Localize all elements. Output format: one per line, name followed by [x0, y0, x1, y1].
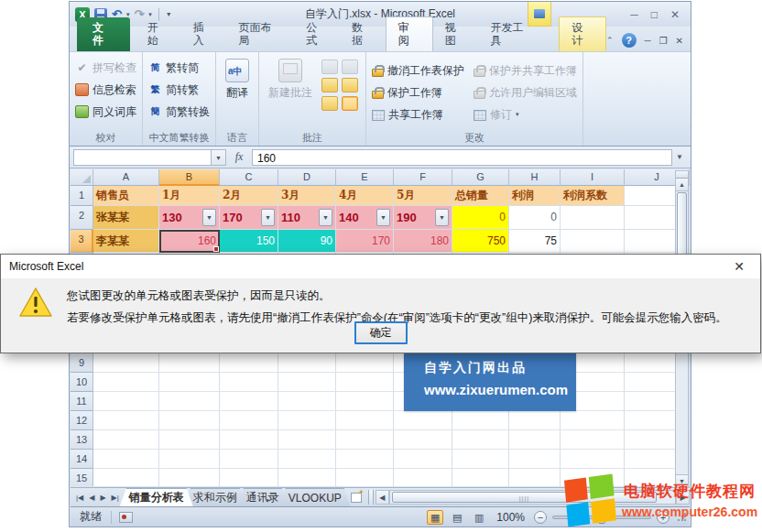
cell-b10[interactable]	[159, 373, 220, 392]
cell-b15[interactable]	[159, 469, 220, 486]
ok-button[interactable]: 确定	[354, 321, 408, 344]
cell-f2[interactable]: 190▼	[394, 206, 452, 230]
row-header-14[interactable]: 14	[71, 450, 93, 469]
cell-b1[interactable]: 1月	[159, 186, 220, 206]
page-layout-view-icon[interactable]: ▤	[449, 510, 465, 525]
scroll-up-icon[interactable]: ▲	[676, 179, 688, 191]
row-header-1[interactable]: 1	[71, 186, 93, 206]
sheet-tab-sales[interactable]: 销量分析表	[120, 488, 193, 506]
cell-h2[interactable]: 0	[509, 206, 561, 230]
tab-insert[interactable]: 插入	[181, 17, 227, 51]
name-box-dropdown-icon[interactable]: ▼	[211, 149, 226, 166]
insert-function-icon[interactable]: fx	[226, 150, 252, 164]
cell-i12[interactable]	[561, 411, 625, 430]
col-header-b[interactable]: B	[159, 169, 220, 186]
cell-d1[interactable]: 3月	[278, 186, 336, 206]
doc-close-icon[interactable]: ✕	[676, 36, 683, 46]
cell-f15[interactable]	[394, 469, 452, 486]
trad-to-simp-button[interactable]: 简 繁转简	[148, 59, 210, 77]
sheet-tab-vlookup[interactable]: VLOOKUP	[279, 488, 351, 506]
cell-h14[interactable]	[509, 450, 561, 469]
row-header-10[interactable]: 10	[71, 373, 93, 392]
dropdown-icon[interactable]: ▼	[319, 209, 332, 226]
cell-i13[interactable]	[561, 430, 625, 450]
cell-d12[interactable]	[278, 411, 336, 430]
tab-review[interactable]: 审阅	[386, 16, 433, 51]
cell-e13[interactable]	[336, 430, 394, 450]
cell-c14[interactable]	[220, 450, 278, 469]
col-header-d[interactable]: D	[278, 169, 336, 186]
share-workbook-button[interactable]: 共享工作簿	[372, 105, 464, 124]
sheet-tab-sum[interactable]: 求和示例	[184, 488, 246, 506]
cell-a2[interactable]: 张某某	[93, 206, 159, 230]
close-button[interactable]: ✕	[670, 7, 680, 22]
unprotect-sheet-button[interactable]: 撤消工作表保护	[372, 61, 464, 80]
col-header-c[interactable]: C	[220, 169, 278, 186]
dropdown-icon[interactable]: ▼	[202, 209, 216, 226]
cell-f3[interactable]: 180	[394, 230, 452, 253]
cell-a9[interactable]	[93, 353, 159, 373]
cell-a3[interactable]: 李某某	[93, 230, 159, 253]
col-header-i[interactable]: I	[561, 169, 625, 186]
cell-e10[interactable]	[336, 373, 394, 392]
row-header-2[interactable]: 2	[71, 206, 93, 230]
cell-g12[interactable]	[452, 411, 509, 430]
col-header-g[interactable]: G	[452, 169, 509, 186]
record-macro-icon[interactable]	[119, 512, 133, 523]
row-header-11[interactable]: 11	[71, 392, 93, 411]
cell-d15[interactable]	[278, 469, 336, 486]
cell-g13[interactable]	[452, 430, 509, 450]
cell-a14[interactable]	[93, 450, 159, 469]
cell-b9[interactable]	[159, 353, 220, 373]
tab-view[interactable]: 视图	[433, 17, 479, 51]
cell-d3[interactable]: 90	[278, 230, 336, 253]
cell-h13[interactable]	[509, 430, 561, 450]
page-break-view-icon[interactable]: ▥	[471, 510, 487, 525]
row-header-12[interactable]: 12	[71, 411, 93, 430]
cell-h12[interactable]	[509, 411, 561, 430]
cell-i14[interactable]	[561, 450, 625, 469]
help-icon[interactable]: ?	[622, 33, 637, 48]
cell-b12[interactable]	[159, 411, 220, 430]
cell-a11[interactable]	[93, 392, 159, 411]
col-header-e[interactable]: E	[336, 169, 394, 186]
hscroll-left-icon[interactable]: ◀	[376, 490, 389, 505]
row-header-3[interactable]: 3	[71, 230, 93, 253]
row-header-15[interactable]: 15	[71, 469, 93, 486]
zoom-out-icon[interactable]: −	[534, 511, 547, 524]
tab-data[interactable]: 数据	[340, 17, 386, 51]
cell-a12[interactable]	[93, 411, 159, 430]
formula-input[interactable]: 160	[252, 149, 672, 166]
convert-button[interactable]: 簡 简繁转换	[148, 103, 210, 121]
cell-g1[interactable]: 总销量	[452, 186, 509, 206]
dropdown-icon[interactable]: ▼	[376, 209, 390, 226]
cell-d2[interactable]: 110▼	[278, 206, 336, 230]
dropdown-icon[interactable]: ▼	[435, 209, 449, 226]
expand-formula-bar-icon[interactable]: ▼	[672, 153, 687, 161]
normal-view-icon[interactable]: ▦	[427, 510, 443, 525]
cell-i3[interactable]	[561, 230, 625, 253]
cell-i1[interactable]: 利润系数	[561, 186, 625, 206]
cell-c1[interactable]: 2月	[220, 186, 278, 206]
last-sheet-icon[interactable]: ▶|	[110, 494, 121, 502]
cell-e11[interactable]	[336, 392, 394, 411]
select-all-corner[interactable]	[71, 169, 93, 186]
first-sheet-icon[interactable]: |◀	[74, 494, 85, 502]
cell-d10[interactable]	[278, 373, 336, 392]
cell-d11[interactable]	[278, 392, 336, 411]
cell-h15[interactable]	[509, 469, 561, 486]
tab-developer[interactable]: 开发工具	[478, 17, 546, 51]
cell-a10[interactable]	[93, 373, 159, 392]
cell-c11[interactable]	[220, 392, 278, 411]
cell-g15[interactable]	[452, 469, 509, 486]
minimize-button[interactable]: ─	[630, 7, 638, 22]
cell-c3[interactable]: 150	[220, 230, 278, 253]
tab-home[interactable]: 开始	[136, 17, 181, 51]
show-all-comments-icon[interactable]	[321, 96, 338, 111]
cell-b11[interactable]	[159, 392, 220, 411]
cell-i2[interactable]	[561, 206, 625, 230]
cell-g2[interactable]: 0	[452, 206, 509, 230]
tab-scrollbar-splitter[interactable]	[368, 490, 374, 505]
cell-d9[interactable]	[278, 353, 336, 373]
translate-button[interactable]: 翻译	[222, 56, 253, 103]
